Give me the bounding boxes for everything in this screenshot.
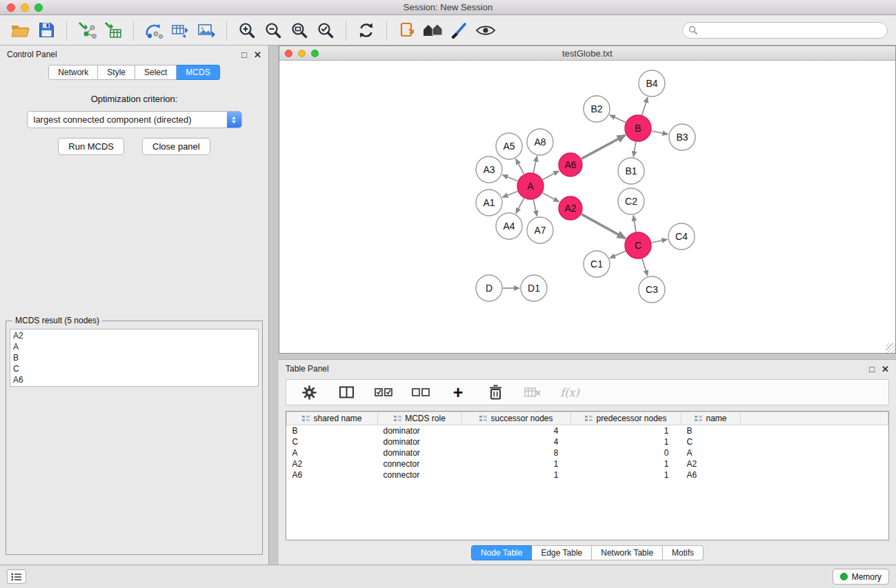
network-node-A8[interactable]: A8 [527, 129, 553, 155]
network-node-D1[interactable]: D1 [521, 275, 547, 301]
close-window-button[interactable] [7, 3, 15, 12]
column-header-successor-nodes[interactable]: successor nodes [462, 412, 571, 425]
import-network-button[interactable] [75, 19, 99, 42]
cell[interactable]: dominator [378, 425, 462, 436]
first-neighbors-button[interactable] [421, 19, 445, 42]
snapshot-button[interactable] [395, 19, 419, 42]
edge-A-A1[interactable] [502, 191, 517, 197]
zoom-selected-button[interactable] [314, 19, 337, 42]
tab-mcds[interactable]: MCDS [177, 65, 219, 80]
run-mcds-button[interactable]: Run MCDS [58, 138, 124, 155]
edge-A-A8[interactable] [533, 156, 537, 173]
cell[interactable]: A6 [681, 469, 741, 480]
edge-C-C3[interactable] [642, 258, 648, 276]
delete-table-button[interactable] [521, 381, 544, 404]
zoom-in-button[interactable] [235, 19, 259, 42]
network-node-C1[interactable]: C1 [584, 251, 610, 277]
cell[interactable]: 1 [571, 458, 681, 469]
network-node-A3[interactable]: A3 [476, 156, 502, 183]
export-image-button[interactable] [195, 19, 218, 42]
cell[interactable]: A2 [681, 458, 741, 469]
tab-network-table[interactable]: Network Table [592, 545, 663, 560]
graphics-details-button[interactable] [448, 19, 471, 42]
memory-button[interactable]: Memory [833, 569, 889, 585]
cell[interactable]: A2 [287, 458, 378, 469]
network-node-B2[interactable]: B2 [584, 96, 610, 122]
network-node-A7[interactable]: A7 [527, 217, 553, 243]
edge-A-A3[interactable] [502, 175, 517, 181]
cell[interactable]: A [287, 447, 378, 458]
network-close-button[interactable] [285, 50, 292, 57]
edge-A-A4[interactable] [516, 199, 524, 214]
network-node-B3[interactable]: B3 [669, 124, 695, 150]
network-node-C[interactable]: C [625, 232, 651, 258]
network-node-A5[interactable]: A5 [496, 133, 522, 159]
column-header-predecessor-nodes[interactable]: predecessor nodes [571, 412, 681, 425]
close-table-panel-icon[interactable]: ✕ [882, 365, 889, 374]
refresh-button[interactable] [355, 19, 378, 42]
import-table-button[interactable] [101, 19, 125, 42]
table-row[interactable]: A6connector11A6 [287, 469, 888, 480]
cell[interactable]: 1 [571, 425, 681, 436]
edge-A-A7[interactable] [533, 200, 537, 216]
network-node-B[interactable]: B [625, 115, 651, 141]
cell[interactable]: 0 [571, 447, 681, 458]
table-row[interactable]: A2connector11A2 [287, 458, 888, 469]
edge-C-C2[interactable] [633, 216, 636, 232]
tab-select[interactable]: Select [135, 65, 177, 80]
tab-network[interactable]: Network [48, 65, 98, 80]
cell[interactable]: C [681, 436, 741, 447]
cell[interactable]: B [287, 425, 378, 436]
cell[interactable]: 1 [462, 458, 571, 469]
network-canvas[interactable]: ABCA2A6A1A3A4A5A7A8B1B2B3B4C1C2C3C4DD1 [279, 61, 895, 353]
criterion-dropdown[interactable]: largest connected component (directed) [27, 111, 242, 128]
table-row[interactable]: Adominator80A [287, 447, 888, 458]
edge-A-A5[interactable] [516, 159, 524, 174]
edge-C-C4[interactable] [652, 239, 668, 243]
column-header-shared-name[interactable]: shared name [287, 412, 378, 425]
cell[interactable]: C [287, 436, 378, 447]
resize-grip[interactable] [886, 343, 895, 353]
zoom-fit-button[interactable] [288, 19, 311, 42]
select-all-button[interactable] [372, 381, 395, 404]
cell[interactable]: B [681, 425, 741, 436]
edge-A-A2[interactable] [543, 193, 559, 202]
edge-A-A6[interactable] [543, 171, 559, 180]
network-graph[interactable]: ABCA2A6A1A3A4A5A7A8B1B2B3B4C1C2C3C4DD1 [279, 61, 895, 353]
mcds-result-item[interactable]: B [13, 352, 255, 363]
float-table-panel-icon[interactable]: □ [869, 365, 875, 374]
column-header-name[interactable]: name [681, 412, 741, 425]
mcds-result-item[interactable]: C [13, 363, 255, 374]
network-zoom-button[interactable] [311, 50, 319, 57]
cell[interactable]: connector [378, 469, 462, 480]
float-panel-icon[interactable]: □ [241, 50, 247, 59]
cell[interactable]: connector [378, 458, 462, 469]
network-node-A6[interactable]: A6 [559, 153, 582, 176]
edge-B-B2[interactable] [610, 115, 626, 123]
edge-A6-B[interactable] [581, 135, 626, 159]
cell[interactable]: 8 [462, 447, 571, 458]
cell[interactable]: 4 [462, 425, 571, 436]
cell[interactable]: 4 [462, 436, 571, 447]
network-node-C3[interactable]: C3 [639, 276, 665, 303]
tab-edge-table[interactable]: Edge Table [532, 545, 592, 560]
network-node-B1[interactable]: B1 [618, 158, 644, 184]
delete-column-button[interactable] [484, 381, 507, 404]
edge-A2-C[interactable] [581, 214, 626, 239]
network-node-A2[interactable]: A2 [559, 196, 582, 220]
show-columns-button[interactable] [335, 381, 358, 404]
table-row[interactable]: Bdominator41B [287, 425, 888, 436]
cell[interactable]: dominator [378, 447, 462, 458]
network-node-A4[interactable]: A4 [496, 213, 522, 239]
show-hide-button[interactable] [474, 19, 497, 42]
cell[interactable]: 1 [462, 469, 571, 480]
network-node-B4[interactable]: B4 [639, 70, 665, 97]
mcds-result-item[interactable]: A [13, 341, 255, 352]
zoom-out-button[interactable] [261, 19, 285, 42]
table-settings-button[interactable] [297, 381, 321, 404]
edge-B-B3[interactable] [652, 131, 668, 134]
task-history-button[interactable] [7, 569, 26, 584]
network-node-A1[interactable]: A1 [476, 190, 502, 216]
function-builder-button[interactable]: f(x) [558, 381, 581, 404]
network-node-C2[interactable]: C2 [618, 188, 644, 214]
